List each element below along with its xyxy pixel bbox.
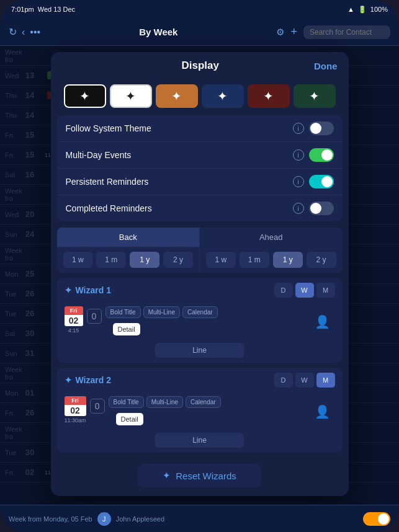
back-tab[interactable]: Back [57,228,200,247]
wizard2-num: 02 [65,405,86,416]
wizard2-detail[interactable]: Detail [116,413,143,425]
star-icon-darkred: ✦ [263,89,274,104]
back-1m[interactable]: 1 m [96,252,126,268]
wizard1-tags: Bold Title Multi-Line Calendar [105,306,311,318]
completed-reminders-row: Completed Reminders i [57,195,343,221]
back-2y[interactable]: 2 y [163,252,193,268]
ahead-1w[interactable]: 1 w [206,252,236,268]
wizard1-calendar-tag[interactable]: Calendar [182,306,218,318]
wizard1-title: ✦ Wizard 1 [65,285,111,295]
add-icon[interactable]: + [290,25,297,38]
reset-wizards-button[interactable]: ✦ Reset Wizards [138,464,261,487]
wizard2-boldtitle-tag[interactable]: Bold Title [109,396,144,408]
nav-title: By Week [139,27,177,37]
ahead-1y[interactable]: 1 y [273,252,303,268]
wizard1-section: ✦ Wizard 1 D W M Fri 02 4:15 0 [57,278,343,363]
star-icon-orange: ✦ [171,89,182,104]
wizard1-title-text: Wizard 1 [76,285,111,295]
wizard1-tags-area: Bold Title Multi-Line Calendar Detail [105,306,311,337]
back-buttons: 1 w 1 m 1 y 2 y [57,247,200,273]
ahead-buttons: 1 w 1 m 1 y 2 y [200,247,343,273]
star-icon-darkgreen: ✦ [309,89,320,104]
multiday-info[interactable]: i [293,149,304,161]
wizard1-d-btn[interactable]: D [274,283,293,298]
display-modal: Display Done ✦ ✦ ✦ ✦ ✦ [51,52,349,496]
follow-system-label: Follow System Theme [66,123,151,133]
wizard1-detail[interactable]: Detail [113,323,140,335]
persistent-reminders-toggle[interactable] [309,175,334,188]
wizard1-w-btn[interactable]: W [295,283,314,298]
persistent-reminders-info[interactable]: i [293,176,304,187]
follow-system-toggle[interactable] [309,122,334,135]
wizard2-d-btn[interactable]: D [274,373,293,388]
swatch-darkred[interactable]: ✦ [248,84,290,108]
wizard2-multiline-tag[interactable]: Multi-Line [146,396,183,408]
nav-right: ⚙ + [276,25,390,39]
completed-reminders-toggle[interactable] [309,202,334,215]
multiday-toggle[interactable] [309,148,334,162]
wizard2-day: Fri [65,396,86,405]
back-ahead-header: Back Ahead [57,228,343,247]
theme-swatches: ✦ ✦ ✦ ✦ ✦ ✦ [51,79,349,115]
wizard2-w-btn[interactable]: W [295,373,314,388]
nav-left: ↻ ‹ ••• [9,26,40,38]
swatch-white[interactable]: ✦ [110,84,152,108]
modal-title: Display [87,60,315,72]
wizard2-person-icon: 👤 [315,404,335,419]
wizard2-line-row: Line [57,429,343,453]
wizard1-preview: Fri 02 4:15 0 Bold Title Multi-Line Cale… [57,303,343,339]
star-icon-white: ✦ [125,89,136,104]
done-button[interactable]: Done [314,61,338,71]
status-time: 7:01pm [11,6,34,13]
wizard2-m-btn[interactable]: M [316,373,335,388]
bottom-toggle[interactable] [363,512,390,526]
wizard2-tags: Bold Title Multi-Line Calendar [109,396,311,408]
reset-section: ✦ Reset Wizards [51,458,349,496]
follow-system-info[interactable]: i [293,123,304,134]
ahead-2y[interactable]: 2 y [307,252,336,268]
back-ahead-section: Back Ahead 1 w 1 m 1 y 2 y 1 w 1 m [57,228,343,273]
swatch-orange[interactable]: ✦ [156,84,198,108]
wifi-icon: ▲ [347,6,354,13]
back-1w[interactable]: 1 w [63,252,93,268]
wizard2-date-col: Fri 02 11:30am [65,396,86,423]
wizard2-title-text: Wizard 2 [76,375,111,385]
wizard2-dmw: D W M [274,373,335,388]
wizard1-m-btn[interactable]: M [316,283,335,298]
completed-reminders-info[interactable]: i [293,203,304,214]
ellipsis-icon[interactable]: ••• [30,27,40,38]
reset-wizards-label: Reset Wizards [176,471,236,481]
star-icon-blue: ✦ [217,89,228,104]
wizard2-line-btn[interactable]: Line [155,433,244,448]
wizard1-line-btn[interactable]: Line [155,343,244,358]
swatch-blue[interactable]: ✦ [202,84,244,108]
search-input[interactable] [303,25,390,39]
ahead-tab[interactable]: Ahead [200,228,343,247]
swatch-black[interactable]: ✦ [64,84,106,108]
nav-bar: ↻ ‹ ••• By Week ⚙ + [0,19,399,46]
wizard2-zero: 0 [90,399,105,414]
wizard1-multiline-tag[interactable]: Multi-Line [143,306,180,318]
wizard1-detail-row: Detail [113,323,303,334]
modal-overlay: Display Done ✦ ✦ ✦ ✦ ✦ [0,46,399,532]
ahead-1m[interactable]: 1 m [240,252,269,268]
swatch-darkgreen[interactable]: ✦ [294,84,336,108]
wizard1-zero: 0 [87,309,102,324]
wizard1-sparkle-icon: ✦ [65,285,72,295]
wizard1-person-icon: 👤 [315,314,335,329]
wizard1-day: Fri [65,306,83,315]
wizard2-section: ✦ Wizard 2 D W M Fri 02 11:30am 0 [57,368,343,453]
back-1y[interactable]: 1 y [130,252,159,268]
wizard2-calendar-tag[interactable]: Calendar [186,396,221,408]
completed-reminders-label: Completed Reminders [66,203,152,213]
wizard2-sparkle-icon: ✦ [65,375,72,385]
wizard2-title: ✦ Wizard 2 [65,375,111,385]
star-icon-black: ✦ [79,89,90,104]
persistent-reminders-row: Persistent Reminders i [57,169,343,195]
nav-back-icon[interactable]: ‹ [22,27,25,38]
wizard1-date-col: Fri 02 4:15 [65,306,83,334]
tools-icon[interactable]: ⚙ [276,27,284,38]
wizard1-boldtitle-tag[interactable]: Bold Title [105,306,141,318]
refresh-icon[interactable]: ↻ [9,26,17,38]
wizard1-time: 4:15 [68,327,79,334]
